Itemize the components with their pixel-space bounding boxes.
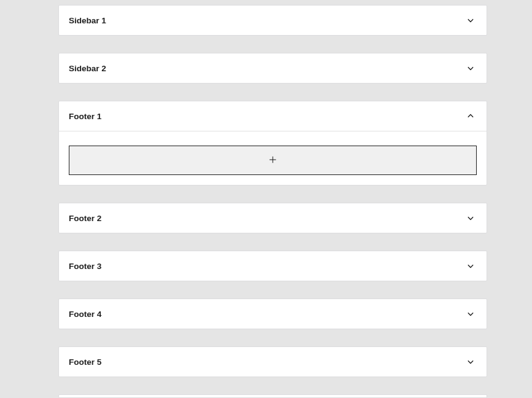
panel-title: Footer 3 [69,262,101,271]
chevron-down-icon [464,308,477,320]
chevron-down-icon [464,212,477,224]
panel-title: Footer 5 [69,357,101,367]
panel-title: Footer 4 [69,310,101,319]
panel-body [59,131,487,185]
panel-title: Footer 2 [69,214,101,223]
panel-title: Sidebar 1 [69,16,106,25]
panel-header[interactable]: Sidebar 2 [59,53,487,83]
widget-area-footer-5: Footer 5 [58,346,487,377]
widget-area-footer-3: Footer 3 [58,251,487,281]
widget-area-sidebar-2: Sidebar 2 [58,53,487,84]
widget-area-footer-4: Footer 4 [58,298,487,329]
chevron-down-icon [464,14,477,26]
widget-area-footer-1: Footer 1 [58,101,487,185]
panel-header[interactable]: Footer 2 [59,203,487,233]
chevron-down-icon [464,62,477,74]
panel-title: Footer 1 [69,112,101,121]
widget-area-footer-2: Footer 2 [58,203,487,233]
widget-area-peek [58,394,487,398]
widget-area-sidebar-1: Sidebar 1 [58,5,487,36]
panel-header[interactable]: Footer 4 [59,299,487,329]
chevron-down-icon [464,260,477,272]
panel-header[interactable]: Footer 5 [59,347,487,377]
panel-header[interactable]: Sidebar 1 [59,6,487,35]
add-block-button[interactable] [69,146,477,175]
chevron-down-icon [464,356,477,368]
widget-area-list: Sidebar 1 Sidebar 2 Footer 1 [0,5,487,398]
plus-icon [267,154,278,167]
panel-title: Sidebar 2 [69,64,106,73]
chevron-up-icon [464,110,477,122]
panel-header[interactable]: Footer 3 [59,251,487,281]
panel-header[interactable]: Footer 1 [59,101,487,131]
